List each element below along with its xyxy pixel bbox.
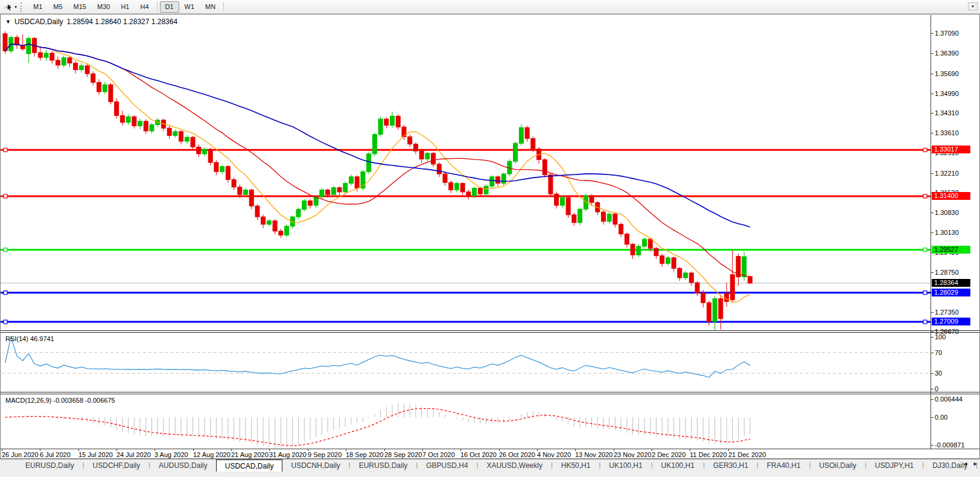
timeframe-button-mn[interactable]: MN: [200, 1, 221, 13]
chart-tab-usoil-daily[interactable]: USOil,Daily: [811, 459, 865, 472]
chart-tab-usdcad-daily[interactable]: USDCAD,Daily: [216, 459, 283, 472]
candle-body: [730, 275, 734, 300]
hline-anchor[interactable]: [923, 291, 927, 295]
date-label: 26 Oct 2020: [499, 451, 535, 458]
candle-body: [390, 116, 395, 125]
timeframe-button-m15[interactable]: M15: [68, 1, 92, 13]
price-tick-mark: [931, 74, 934, 74]
hline-anchor[interactable]: [4, 320, 7, 324]
candle-body: [302, 201, 307, 210]
candle-body: [549, 174, 553, 194]
chart-tab-usdjpy-h1[interactable]: USDJPY,H1: [867, 459, 922, 472]
date-label: 21 Aug 2020: [231, 451, 269, 458]
candle-body: [279, 231, 283, 235]
candle-body: [678, 268, 682, 278]
price-tick-mark: [931, 232, 934, 233]
hline-anchor[interactable]: [4, 194, 7, 198]
date-label: 23 Nov 2020: [614, 451, 651, 458]
price-tick-label: 1.34310: [935, 109, 959, 117]
chevron-down-icon[interactable]: ▾: [14, 4, 17, 10]
price-tick-mark: [931, 94, 934, 94]
tab-scroll-right-icon[interactable]: ►: [973, 461, 978, 467]
candle-body: [642, 239, 646, 246]
candle-body: [349, 177, 353, 184]
chart-tab-eurusd-daily[interactable]: EURUSD,Daily: [17, 459, 83, 472]
price-tick-label: 1.36390: [935, 50, 959, 57]
ma-line-8[interactable]: [5, 44, 750, 303]
hline-anchor[interactable]: [4, 291, 7, 295]
candle-body: [578, 209, 582, 222]
timeframe-button-m1[interactable]: M1: [28, 1, 48, 13]
timeframe-button-h1[interactable]: H1: [115, 1, 135, 13]
chart-tab-usdcnh-daily[interactable]: USDCNH,Daily: [282, 459, 348, 472]
pane-separator[interactable]: [1, 330, 979, 333]
price-tick-label: 1.27350: [935, 309, 959, 316]
candle-body: [167, 128, 171, 135]
candle-body: [454, 184, 459, 190]
hline-anchor[interactable]: [923, 148, 927, 152]
candle-body: [542, 159, 547, 174]
candle-body: [637, 246, 641, 255]
hline-price-label: 1.29527: [932, 246, 970, 254]
date-label: 3 Aug 2020: [154, 451, 188, 458]
timeframe-button-d1[interactable]: D1: [160, 1, 179, 13]
collapse-icon[interactable]: ▼: [5, 19, 11, 25]
candle-body: [109, 85, 113, 101]
candle-body: [337, 188, 342, 192]
chart-tab-usdchf-daily[interactable]: USDCHF,Daily: [84, 459, 149, 472]
timeframe-button-m5[interactable]: M5: [48, 1, 68, 13]
timeframe-button-m30[interactable]: M30: [92, 1, 115, 13]
chart-tab-hk50-h1[interactable]: HK50,H1: [553, 459, 599, 472]
date-label: 2 Dec 2020: [652, 451, 686, 458]
candle-body: [331, 188, 336, 194]
candle-body: [378, 119, 383, 135]
price-tick-mark: [931, 53, 934, 54]
main-price-chart[interactable]: [1, 26, 931, 330]
candle-body: [566, 197, 570, 214]
date-label: 6 Jul 2020: [40, 451, 71, 458]
hline-anchor[interactable]: [4, 148, 7, 152]
macd-pane[interactable]: [1, 394, 931, 449]
timeframe-button-w1[interactable]: W1: [179, 1, 200, 13]
chart-tab-ger30-h1[interactable]: GER30,H1: [705, 459, 757, 472]
candle-body: [525, 127, 529, 138]
candle-body: [490, 177, 494, 187]
toolbar-overflow-button[interactable]: ▾: [968, 2, 978, 10]
ma-line-21[interactable]: [5, 44, 750, 277]
rsi-pane[interactable]: [1, 333, 931, 392]
candle-body: [238, 187, 242, 194]
rsi-tick-label: 30: [935, 370, 942, 377]
hline-anchor[interactable]: [923, 194, 927, 198]
ma-line-50[interactable]: [5, 44, 750, 227]
macd-tick-mark: [931, 399, 934, 400]
candle-body: [150, 125, 154, 131]
candle-body: [631, 245, 635, 255]
candle-body: [308, 201, 312, 206]
candle-body: [79, 66, 83, 70]
hline-anchor[interactable]: [4, 248, 7, 252]
candle-body: [684, 273, 688, 278]
chart-tab-audusd-daily[interactable]: AUDUSD,Daily: [150, 459, 216, 472]
chart-tab-eurusd-daily[interactable]: EURUSD,Daily: [351, 459, 416, 472]
chart-tab-xauusd-weekly[interactable]: XAUUSD,Weekly: [478, 459, 550, 472]
candle-body: [725, 293, 729, 301]
candle-body: [355, 177, 359, 188]
hline-anchor[interactable]: [923, 320, 927, 324]
toolbar-grip[interactable]: [21, 2, 24, 11]
chart-tab-fra40-h1[interactable]: FRA40,H1: [759, 459, 809, 472]
hline-anchor[interactable]: [923, 248, 927, 252]
tab-scroll-left-icon[interactable]: ◄: [962, 461, 968, 467]
chart-tab-uk100-h1[interactable]: UK100,H1: [653, 459, 703, 472]
candle-body: [707, 303, 711, 321]
candle-body: [460, 184, 465, 192]
chart-tab-gbpusd-h4[interactable]: GBPUSD,H4: [418, 459, 476, 472]
cursor-tool-button[interactable]: ▾: [2, 2, 19, 12]
candle-body: [443, 174, 447, 182]
rsi-tick-label: 70: [935, 349, 942, 356]
chart-tab-uk100-h1[interactable]: UK100,H1: [600, 459, 651, 472]
candle-body: [27, 38, 31, 54]
candle-body: [472, 188, 477, 196]
timeframe-button-h4[interactable]: H4: [135, 1, 154, 13]
candle-body: [431, 153, 436, 164]
candle-body: [68, 58, 72, 63]
